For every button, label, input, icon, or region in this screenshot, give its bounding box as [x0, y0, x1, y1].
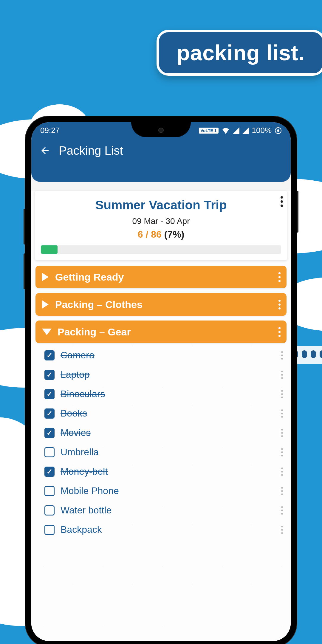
category-menu-button[interactable] [278, 272, 281, 282]
svg-point-1 [277, 129, 279, 132]
category-label: Packing – Gear [58, 326, 131, 338]
list-item: Backpack [31, 520, 291, 539]
trip-summary-card: Summer Vacation Trip 09 Mar - 30 Apr 6 /… [35, 191, 287, 260]
category-label: Packing – Clothes [55, 299, 143, 310]
item-menu-button[interactable] [281, 487, 283, 495]
signal-icon [242, 127, 249, 134]
arrow-left-icon [40, 145, 50, 156]
item-menu-button[interactable] [281, 526, 283, 534]
category-row[interactable]: Getting Ready [35, 266, 287, 288]
signal-icon [233, 127, 239, 134]
item-checkbox[interactable]: ✓ [44, 350, 55, 360]
item-label: Mobile Phone [61, 485, 119, 496]
list-item: ✓Money-belt [31, 462, 291, 481]
item-list: ✓Camera✓Laptop✓Binoculars✓Books✓MoviesUm… [31, 346, 291, 539]
wifi-icon [222, 127, 230, 134]
battery-text: 100% [252, 126, 272, 135]
item-label: Backpack [61, 524, 102, 535]
phone-camera [158, 128, 164, 133]
app-header: Packing List [31, 139, 291, 182]
item-label: Laptop [61, 369, 90, 380]
progress-fill [41, 245, 58, 254]
list-item: ✓Movies [31, 423, 291, 442]
status-time: 09:27 [40, 126, 60, 135]
list-item: ✓Binoculars [31, 384, 291, 404]
item-checkbox[interactable]: ✓ [44, 467, 55, 477]
item-label: Books [61, 408, 87, 419]
battery-saver-icon [275, 127, 282, 134]
item-checkbox[interactable] [44, 505, 55, 515]
marketing-badge: packing list. [157, 30, 322, 76]
category-label: Getting Ready [55, 271, 124, 283]
list-item: ✓Laptop [31, 365, 291, 384]
list-item: ✓Camera [31, 346, 291, 365]
checkmark-icon: ✓ [47, 429, 52, 437]
item-menu-button[interactable] [281, 429, 283, 437]
trip-menu-button[interactable] [281, 196, 283, 207]
item-label: Water bottle [61, 505, 112, 516]
item-menu-button[interactable] [281, 390, 283, 398]
item-label: Camera [61, 350, 95, 361]
checkmark-icon: ✓ [47, 409, 52, 418]
item-label: Movies [61, 427, 91, 438]
checkmark-icon: ✓ [47, 467, 52, 476]
item-menu-button[interactable] [281, 351, 283, 360]
category-row[interactable]: Packing – Clothes [35, 293, 287, 316]
item-label: Money-belt [61, 466, 108, 477]
category-menu-button[interactable] [278, 300, 281, 309]
item-checkbox[interactable] [44, 447, 55, 457]
trip-title: Summer Vacation Trip [41, 198, 281, 212]
marketing-badge-text: packing list. [177, 41, 305, 65]
caret-right-icon [42, 300, 49, 309]
volte-badge: VoLTE 1 [199, 128, 219, 134]
caret-down-icon [42, 329, 52, 335]
caret-right-icon [42, 273, 49, 281]
item-checkbox[interactable]: ✓ [44, 408, 55, 419]
list-item: ✓Books [31, 404, 291, 423]
list-item: Mobile Phone [31, 481, 291, 501]
category-row[interactable]: Packing – Gear [35, 321, 287, 343]
list-item: Water bottle [31, 501, 291, 520]
item-menu-button[interactable] [281, 409, 283, 418]
trip-dates: 09 Mar - 30 Apr [41, 216, 281, 226]
item-checkbox[interactable] [44, 525, 55, 535]
trip-progress-text: 6 / 86 (7%) [41, 229, 281, 240]
page-title: Packing List [59, 144, 123, 157]
checkmark-icon: ✓ [47, 351, 52, 360]
item-checkbox[interactable]: ✓ [44, 389, 55, 399]
progress-bar [41, 245, 281, 254]
item-menu-button[interactable] [281, 467, 283, 476]
phone-frame: 09:27 VoLTE 1 100% Packing List [25, 116, 297, 644]
content-area: Summer Vacation Trip 09 Mar - 30 Apr 6 /… [31, 191, 291, 641]
item-checkbox[interactable]: ✓ [44, 428, 55, 438]
checkmark-icon: ✓ [47, 371, 52, 379]
item-menu-button[interactable] [281, 371, 283, 379]
item-label: Binoculars [61, 388, 105, 400]
item-menu-button[interactable] [281, 448, 283, 456]
item-checkbox[interactable] [44, 486, 55, 496]
item-menu-button[interactable] [281, 506, 283, 515]
back-button[interactable] [40, 145, 50, 159]
item-label: Umbrella [61, 447, 99, 458]
category-menu-button[interactable] [278, 327, 281, 337]
item-checkbox[interactable]: ✓ [44, 370, 55, 380]
list-item: Umbrella [31, 442, 291, 462]
checkmark-icon: ✓ [47, 390, 52, 398]
